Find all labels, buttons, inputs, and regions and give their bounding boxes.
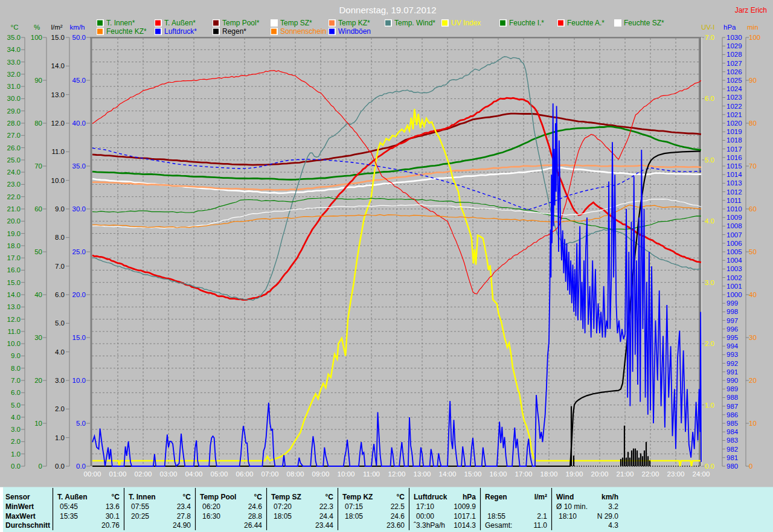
svg-text:9.0: 9.0 (55, 205, 65, 213)
svg-text:18:00: 18:00 (540, 470, 558, 478)
svg-text:1025: 1025 (726, 77, 742, 84)
svg-text:Temp SZ*: Temp SZ* (280, 19, 312, 27)
svg-text:km/h: km/h (601, 493, 618, 501)
svg-text:Donnerstag, 19.07.2012: Donnerstag, 19.07.2012 (339, 5, 437, 15)
svg-text:22:00: 22:00 (642, 470, 659, 478)
svg-text:4.0: 4.0 (11, 414, 21, 421)
svg-text:31.0: 31.0 (7, 83, 21, 90)
svg-text:07:20: 07:20 (274, 502, 292, 511)
svg-text:5.0: 5.0 (705, 156, 714, 164)
svg-text:1019: 1019 (726, 128, 742, 135)
svg-text:10.0: 10.0 (72, 377, 86, 384)
svg-text:1013: 1013 (726, 179, 742, 187)
svg-text:26.44: 26.44 (244, 521, 262, 530)
svg-text:90: 90 (749, 77, 757, 84)
svg-text:1029: 1029 (726, 42, 742, 50)
svg-text:Durchschnitt: Durchschnitt (5, 521, 50, 530)
svg-text:6.0: 6.0 (705, 95, 714, 102)
svg-text:24:00: 24:00 (693, 470, 710, 478)
svg-text:985: 985 (726, 420, 738, 427)
svg-text:18:55: 18:55 (487, 512, 505, 521)
svg-text:9.0: 9.0 (11, 352, 21, 359)
svg-text:18.0: 18.0 (7, 242, 21, 249)
svg-text:07:15: 07:15 (345, 502, 363, 511)
svg-text:5.0: 5.0 (11, 402, 21, 409)
svg-text:7.0: 7.0 (705, 34, 714, 41)
svg-text:28.8: 28.8 (248, 512, 263, 521)
svg-text:23.0: 23.0 (7, 181, 21, 188)
svg-text:1021: 1021 (726, 111, 742, 118)
svg-text:22.3: 22.3 (319, 502, 334, 511)
svg-text:1000: 1000 (726, 291, 742, 298)
svg-text:994: 994 (726, 342, 739, 350)
svg-text:%: % (34, 24, 40, 31)
svg-text:70: 70 (34, 162, 42, 170)
svg-text:988: 988 (726, 394, 738, 401)
svg-text:°C: °C (254, 493, 263, 501)
svg-text:1011: 1011 (726, 197, 742, 204)
svg-text:°C: °C (112, 493, 120, 501)
svg-text:3.0: 3.0 (705, 279, 714, 286)
svg-text:07:55: 07:55 (131, 502, 149, 511)
svg-text:24.4: 24.4 (319, 512, 334, 521)
svg-text:1028: 1028 (726, 51, 742, 58)
svg-text:05:00: 05:00 (211, 470, 228, 478)
svg-text:Luftdruck: Luftdruck (414, 493, 447, 501)
svg-text:3.0: 3.0 (55, 377, 65, 384)
svg-text:Temp. Wind*: Temp. Wind* (394, 19, 435, 27)
svg-text:17:10: 17:10 (416, 502, 434, 511)
svg-text:1.0: 1.0 (705, 402, 714, 409)
svg-text:60: 60 (34, 205, 42, 213)
svg-text:1006: 1006 (726, 240, 742, 247)
svg-text:°C: °C (326, 493, 334, 501)
svg-text:l/m²: l/m² (51, 24, 62, 31)
svg-text:21:00: 21:00 (617, 470, 634, 478)
svg-text:7.0: 7.0 (55, 263, 65, 270)
svg-text:982: 982 (726, 446, 738, 453)
svg-text:17.0: 17.0 (7, 254, 21, 261)
svg-text:1026: 1026 (726, 68, 742, 75)
svg-text:08:00: 08:00 (287, 470, 304, 478)
svg-text:1023: 1023 (726, 94, 742, 101)
svg-text:983: 983 (726, 437, 738, 444)
svg-text:Sonnenschein: Sonnenschein (280, 27, 326, 36)
svg-text:05:45: 05:45 (60, 502, 78, 511)
svg-text:04:00: 04:00 (185, 470, 203, 478)
svg-text:14:00: 14:00 (439, 470, 457, 478)
svg-text:22.0: 22.0 (7, 193, 21, 200)
svg-text:06:00: 06:00 (236, 470, 254, 478)
svg-text:2.1: 2.1 (537, 512, 547, 521)
svg-text:11.0: 11.0 (534, 521, 548, 530)
svg-text:100: 100 (31, 34, 42, 41)
svg-text:70: 70 (749, 162, 757, 170)
svg-text:1009.9: 1009.9 (454, 502, 476, 511)
svg-text:35.0: 35.0 (72, 162, 86, 170)
svg-text:22.5: 22.5 (391, 502, 405, 511)
svg-text:3.2: 3.2 (608, 502, 618, 511)
svg-text:998: 998 (726, 308, 738, 315)
svg-text:0.0: 0.0 (705, 463, 714, 470)
svg-text:min: min (747, 24, 759, 31)
svg-text:14.0: 14.0 (51, 62, 65, 69)
svg-text:1030: 1030 (726, 34, 742, 41)
svg-text:996: 996 (726, 325, 738, 333)
svg-text:20.76: 20.76 (101, 521, 120, 530)
svg-text:Ø 10 min.: Ø 10 min. (556, 502, 588, 511)
svg-text:13.6: 13.6 (106, 502, 120, 511)
svg-text:21.0: 21.0 (7, 205, 21, 213)
svg-text:1002: 1002 (726, 274, 742, 281)
svg-text:1024: 1024 (726, 85, 742, 92)
svg-text:50: 50 (34, 248, 42, 255)
svg-text:00:00: 00:00 (416, 512, 434, 521)
svg-text:50.0: 50.0 (72, 34, 86, 41)
svg-text:09:00: 09:00 (312, 470, 330, 478)
svg-text:19:00: 19:00 (566, 470, 583, 478)
svg-text:35.0: 35.0 (7, 34, 21, 41)
svg-text:UV Index: UV Index (451, 19, 481, 27)
svg-text:1010: 1010 (726, 205, 742, 213)
svg-text:00:00: 00:00 (84, 470, 101, 478)
svg-text:5.0: 5.0 (55, 319, 65, 327)
svg-text:10:00: 10:00 (338, 470, 355, 478)
svg-text:10: 10 (34, 420, 42, 427)
svg-text:Sensor: Sensor (5, 493, 30, 501)
